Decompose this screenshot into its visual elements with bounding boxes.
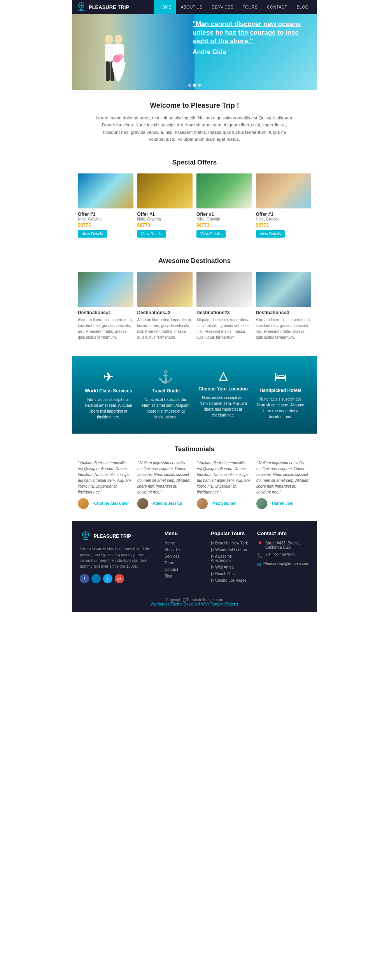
footer-menu-blog[interactable]: Blog [165,574,203,578]
offer-title-4: Offer #1 [256,212,312,217]
footer-tour-lasvegas[interactable]: |> Casino Los Vages [211,578,249,583]
offer-btn-1[interactable]: View Details [78,230,107,238]
footer-tour-africa[interactable]: |> Wild Africa [211,565,249,569]
dot-2[interactable] [193,84,196,87]
footer-tour-newyork[interactable]: |> Beautiful New York [211,541,249,545]
offers-grid: Offer #1 Nibe, Gravida $6773 View Detail… [78,173,311,238]
offer-price-1: $6773 [78,222,133,228]
nav-about[interactable]: ABOUT US [176,0,207,14]
destination-desc-4: Aliquam libero nisi, imperdiet at, tinci… [256,317,312,340]
wordpress-link[interactable]: Wordpress Theme Designed With TemplateTo… [151,602,238,606]
testimonials-title: Testimonials [78,445,311,453]
testimonial-text-2: " Nullam dignissim convallis est.Quisque… [137,460,192,495]
testimonial-avatar-1 [78,498,89,509]
footer-menu-about[interactable]: About Us [165,548,203,552]
testimonials-section: Testimonials " Nullam dignissim convalli… [72,434,317,521]
footer-tour-amsterdam[interactable]: |> Awesome Amsterdam [211,554,249,563]
offer-price-4: $6773 [256,222,312,228]
social-linkedin[interactable]: in [91,574,101,583]
svg-point-4 [105,35,113,44]
social-twitter[interactable]: t [103,574,112,583]
anchor-icon: ⚓ [140,369,192,384]
nav-home[interactable]: HOME [154,0,176,14]
destination-title-1: Destinations#1 [78,310,133,315]
footer-logo: PLEASURE TRIP [80,530,157,542]
testimonial-author-row-4: - Harriet Joel [256,498,311,509]
offer-card-1: Offer #1 Nibe, Gravida $6773 View Detail… [78,173,133,238]
destination-title-2: Destinations#2 [137,310,193,315]
nav-services[interactable]: SERVICES [207,0,238,14]
offer-title-2: Offer #1 [137,212,193,217]
bed-icon: 🛏 [255,369,307,384]
offer-price-2: $6773 [137,222,193,228]
footer-address-text: Street #436, Studio, California USA [265,541,309,550]
service-desc-1: Nunc iaculis suscipit dui. Nam sit amet … [83,397,134,420]
footer-tours-col: Popular Tours |> Beautiful New York |> W… [211,530,249,585]
testimonial-author-row-2: - Adelina Jessica [137,498,192,509]
destination-image-3 [196,272,252,307]
offer-btn-3[interactable]: View Details [196,230,226,238]
services-banner: ✈ World Class Services Nunc iaculis susc… [72,356,317,434]
welcome-text: Lorem ipsum dolor sit amet, test link ad… [95,114,294,143]
social-facebook[interactable]: f [80,574,89,583]
nav-tours[interactable]: TOURS [238,0,262,14]
testimonial-text-3: " Nullam dignissim convallis est.Quisque… [197,460,252,495]
offer-image-2 [137,173,193,208]
offer-btn-4[interactable]: View Details [256,230,285,238]
social-googleplus[interactable]: g+ [115,574,124,583]
nav-blog[interactable]: BLOG [292,0,313,14]
testimonial-author-row-3: - Max Stephen [197,498,252,509]
logo[interactable]: PLEASURE TRIP [76,2,129,12]
footer-contact-col: Contact Info 📍 Street #436, Studio, Cali… [257,530,309,585]
testimonial-avatar-4 [256,498,267,509]
footer-grid: PLEASURE TRIP Lorem ipsum is simply dumm… [80,530,309,585]
destination-card-3: Destinations#3 Aliquam libero nisi, impe… [196,272,252,340]
dot-3[interactable] [198,84,201,87]
testimonial-4: " Nullam dignissim convallis est.Quisque… [256,460,311,509]
footer-menu-tours[interactable]: Tours [165,561,203,565]
destination-desc-1: Aliquam libero nisi, imperdiet at, tinci… [78,317,133,340]
testimonial-name-3: - Max Stephen [210,501,237,506]
svg-rect-6 [106,61,110,81]
hero-section: "Man cannot discover new oceans unless h… [72,14,317,90]
welcome-title: Welcome to Pleasure Trip ! [95,102,294,110]
footer-contact-title: Contact Info [257,530,309,536]
testimonial-name-2: - Adelina Jessica [151,501,182,506]
service-title-2: Travel Guide [140,388,192,394]
testimonial-text-1: " Nullam dignissim convallis est.Quisque… [78,460,133,495]
hero-quote: "Man cannot discover new oceans unless h… [193,20,309,56]
footer-email-text: Pleasuretrip@domain.com [263,562,309,566]
hero-couple-image [84,28,138,90]
footer-tagline: Lorem ipsum is simply dummy text of the … [80,546,157,569]
testimonial-author-row-1: - Kathrine Alexander [78,498,133,509]
offer-title-1: Offer #1 [78,212,133,217]
footer-menu-home[interactable]: Home [165,541,203,545]
nav-contact[interactable]: CONTACT [262,0,292,14]
special-offers-section: Special Offers Offer #1 Nibe, Gravida $6… [72,151,317,249]
service-desc-2: Nunc iaculis suscipit dui. Nam sit amet … [140,397,192,420]
service-desc-3: Nunc iaculis suscipit dui. Nam sit amet … [198,395,249,418]
navbar: PLEASURE TRIP HOME ABOUT US SERVICES TOU… [72,0,317,14]
dot-1[interactable] [188,84,191,87]
footer-tour-goa[interactable]: |> Beach Goa [211,572,249,576]
footer-tour-london[interactable]: |> Wonderful Lodnon [211,548,249,552]
footer-bottom: Copyright@TemplateToaster.com Wordpress … [80,593,309,606]
offer-image-4 [256,173,312,208]
svg-point-11 [117,54,124,60]
testimonial-avatar-2 [137,498,148,509]
email-icon: ✉ [257,562,261,567]
service-title-4: Handpicked Hotels [255,388,307,393]
testimonial-text-4: " Nullam dignissim convallis est.Quisque… [256,460,311,495]
welcome-section: Welcome to Pleasure Trip ! Lorem ipsum d… [72,90,317,151]
service-world-class: ✈ World Class Services Nunc iaculis susc… [80,369,137,420]
offer-image-3 [196,173,252,208]
footer-logo-icon [80,530,91,542]
footer: PLEASURE TRIP Lorem ipsum is simply dumm… [72,521,317,612]
offer-price-3: $6773 [196,222,252,228]
footer-menu-services[interactable]: Services [165,554,203,558]
destination-image-4 [256,272,312,307]
destination-desc-3: Aliquam libero nisi, imperdiet at, tinci… [196,317,252,340]
offer-btn-2[interactable]: View Details [137,230,166,238]
service-location: △ Choose Your Location Nunc iaculis susc… [194,369,252,420]
footer-menu-contact[interactable]: Contact [165,567,203,572]
